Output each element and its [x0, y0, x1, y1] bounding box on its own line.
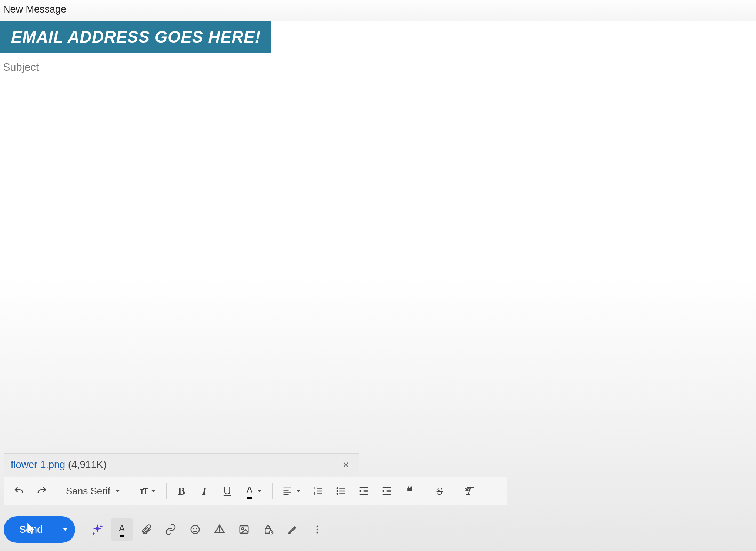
align-left-icon — [282, 486, 292, 496]
text-format-icon: A — [119, 523, 125, 536]
emoji-icon — [190, 524, 201, 535]
message-body[interactable] — [0, 81, 756, 407]
svg-point-13 — [317, 526, 318, 528]
underline-icon: U — [224, 485, 231, 497]
text-color-icon: A — [246, 484, 252, 498]
pen-icon — [287, 524, 298, 535]
numbered-list-icon: 123 — [312, 485, 324, 497]
image-icon — [238, 524, 250, 535]
compose-action-bar: Send A — [4, 515, 328, 544]
remove-formatting-icon — [464, 485, 475, 497]
svg-point-15 — [317, 532, 318, 534]
attachment-chip[interactable]: flower 1.png (4,911K) × — [4, 453, 359, 476]
align-button[interactable] — [277, 480, 306, 502]
svg-point-6 — [191, 525, 200, 534]
link-icon — [165, 524, 177, 535]
insert-photo-button[interactable] — [233, 518, 255, 541]
compose-title: New Message — [3, 4, 66, 15]
indent-increase-icon — [381, 485, 392, 497]
paperclip-icon — [141, 524, 152, 535]
to-overlay-label: EMAIL ADDRESS GOES HERE! — [0, 21, 271, 53]
send-options-button[interactable] — [55, 516, 75, 543]
chevron-down-icon — [257, 490, 262, 492]
indent-decrease-icon — [358, 485, 369, 497]
undo-icon — [13, 485, 24, 497]
quote-icon: ❝ — [407, 484, 413, 498]
strikethrough-icon: S — [437, 485, 443, 497]
indent-increase-button[interactable] — [376, 480, 398, 502]
svg-point-14 — [317, 529, 318, 531]
redo-button[interactable] — [31, 480, 53, 502]
svg-rect-9 — [240, 526, 248, 533]
send-label: Send — [19, 524, 43, 535]
font-family-select[interactable]: Sans Serif — [61, 480, 125, 502]
undo-button[interactable] — [8, 480, 30, 502]
underline-button[interactable]: U — [216, 480, 238, 502]
redo-icon — [36, 485, 47, 497]
bulleted-list-icon — [335, 485, 347, 497]
separator — [129, 483, 129, 499]
remove-formatting-button[interactable] — [459, 480, 481, 502]
bulleted-list-button[interactable] — [330, 480, 352, 502]
chevron-down-icon — [63, 528, 67, 531]
to-field-row[interactable]: EMAIL ADDRESS GOES HERE! — [0, 21, 756, 53]
insert-emoji-button[interactable] — [184, 518, 206, 541]
attachment-remove-icon[interactable]: × — [339, 458, 352, 471]
insert-link-button[interactable] — [160, 518, 182, 541]
svg-point-10 — [242, 528, 244, 530]
insert-signature-button[interactable] — [282, 518, 304, 541]
text-size-icon: тT — [140, 486, 147, 496]
font-size-button[interactable]: тT — [133, 480, 163, 502]
font-family-label: Sans Serif — [66, 485, 110, 497]
more-options-button[interactable] — [306, 518, 328, 541]
svg-point-7 — [193, 528, 194, 529]
send-button-group: Send — [4, 516, 75, 543]
smart-compose-button[interactable] — [86, 518, 108, 541]
more-vertical-icon — [312, 524, 322, 535]
attach-file-button[interactable] — [135, 518, 157, 541]
bold-icon: B — [178, 485, 185, 497]
lock-clock-icon — [263, 524, 274, 535]
italic-button[interactable]: I — [193, 480, 215, 502]
drive-icon — [214, 524, 225, 535]
svg-point-8 — [196, 528, 197, 529]
quote-button[interactable]: ❝ — [399, 480, 421, 502]
sparkle-icon — [91, 523, 104, 536]
strikethrough-button[interactable]: S — [429, 480, 451, 502]
svg-point-5 — [336, 493, 338, 495]
attachment-filename[interactable]: flower 1.png — [11, 459, 65, 471]
confidential-mode-button[interactable] — [257, 518, 280, 541]
svg-text:3: 3 — [313, 492, 315, 495]
attachment-size: (4,911K) — [68, 459, 107, 471]
numbered-list-button[interactable]: 123 — [307, 480, 329, 502]
chevron-down-icon — [151, 490, 155, 492]
subject-placeholder: Subject — [3, 61, 39, 73]
subject-field[interactable]: Subject — [0, 53, 756, 81]
text-color-button[interactable]: A — [239, 480, 269, 502]
separator — [425, 483, 425, 499]
insert-drive-button[interactable] — [208, 518, 231, 541]
italic-icon: I — [202, 485, 207, 497]
chevron-down-icon — [296, 490, 301, 492]
svg-point-3 — [336, 487, 338, 489]
send-button[interactable]: Send — [4, 516, 55, 543]
svg-point-4 — [336, 490, 338, 492]
compose-header: New Message — [0, 0, 756, 21]
chevron-down-icon — [116, 490, 120, 492]
separator — [57, 483, 57, 499]
bold-button[interactable]: B — [170, 480, 193, 502]
formatting-toolbar: Sans Serif тT B I U A 123 ❝ S — [4, 477, 507, 505]
separator — [166, 483, 167, 499]
separator — [455, 483, 455, 499]
indent-decrease-button[interactable] — [353, 480, 375, 502]
formatting-options-button[interactable]: A — [111, 518, 133, 541]
compose-action-icons: A — [86, 518, 328, 541]
separator — [272, 483, 273, 499]
